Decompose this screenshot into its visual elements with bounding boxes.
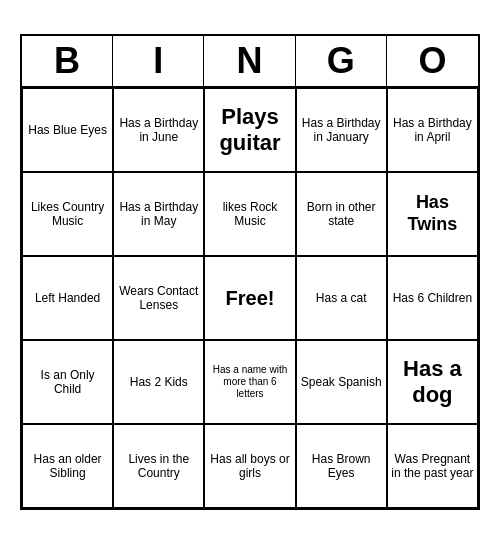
- bingo-cell-22[interactable]: Has all boys or girls: [204, 424, 295, 508]
- bingo-cell-11[interactable]: Wears Contact Lenses: [113, 256, 204, 340]
- bingo-cell-3[interactable]: Has a Birthday in January: [296, 88, 387, 172]
- bingo-card: BINGO Has Blue EyesHas a Birthday in Jun…: [20, 34, 480, 510]
- bingo-cell-19[interactable]: Has a dog: [387, 340, 478, 424]
- header-letter-o: O: [387, 36, 478, 86]
- header-letter-i: I: [113, 36, 204, 86]
- bingo-header: BINGO: [22, 36, 478, 88]
- bingo-cell-10[interactable]: Left Handed: [22, 256, 113, 340]
- bingo-cell-7[interactable]: likes Rock Music: [204, 172, 295, 256]
- bingo-cell-23[interactable]: Has Brown Eyes: [296, 424, 387, 508]
- bingo-cell-20[interactable]: Has an older Sibling: [22, 424, 113, 508]
- bingo-cell-8[interactable]: Born in other state: [296, 172, 387, 256]
- bingo-cell-9[interactable]: Has Twins: [387, 172, 478, 256]
- bingo-cell-18[interactable]: Speak Spanish: [296, 340, 387, 424]
- bingo-cell-1[interactable]: Has a Birthday in June: [113, 88, 204, 172]
- bingo-cell-17[interactable]: Has a name with more than 6 letters: [204, 340, 295, 424]
- bingo-grid: Has Blue EyesHas a Birthday in JunePlays…: [22, 88, 478, 508]
- bingo-cell-4[interactable]: Has a Birthday in April: [387, 88, 478, 172]
- bingo-cell-21[interactable]: Lives in the Country: [113, 424, 204, 508]
- bingo-cell-24[interactable]: Was Pregnant in the past year: [387, 424, 478, 508]
- header-letter-b: B: [22, 36, 113, 86]
- header-letter-g: G: [296, 36, 387, 86]
- header-letter-n: N: [204, 36, 295, 86]
- bingo-cell-6[interactable]: Has a Birthday in May: [113, 172, 204, 256]
- bingo-cell-15[interactable]: Is an Only Child: [22, 340, 113, 424]
- bingo-cell-12[interactable]: Free!: [204, 256, 295, 340]
- bingo-cell-0[interactable]: Has Blue Eyes: [22, 88, 113, 172]
- bingo-cell-5[interactable]: Likes Country Music: [22, 172, 113, 256]
- bingo-cell-13[interactable]: Has a cat: [296, 256, 387, 340]
- bingo-cell-16[interactable]: Has 2 Kids: [113, 340, 204, 424]
- bingo-cell-14[interactable]: Has 6 Children: [387, 256, 478, 340]
- bingo-cell-2[interactable]: Plays guitar: [204, 88, 295, 172]
